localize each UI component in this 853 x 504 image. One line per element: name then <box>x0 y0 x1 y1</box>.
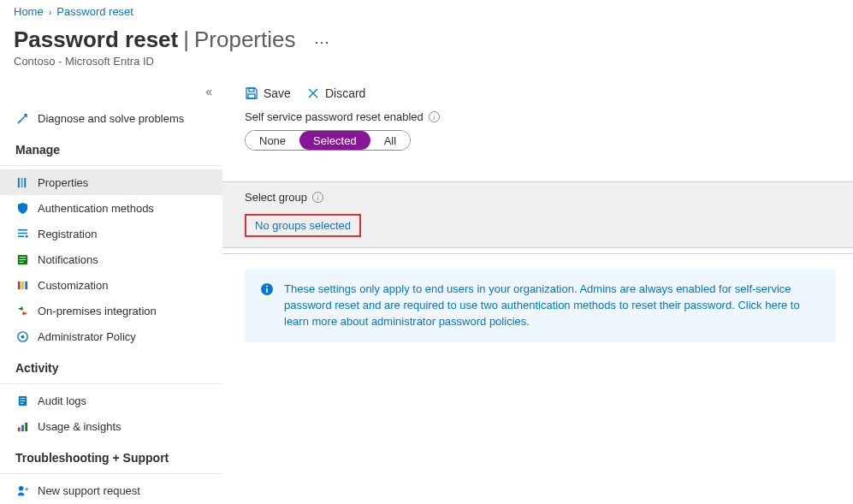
svg-point-19 <box>266 286 268 288</box>
sidebar-item-newrequest[interactable]: New support request <box>0 477 222 503</box>
sidebar-heading-activity: Activity <box>0 349 222 380</box>
onprem-icon <box>15 304 29 317</box>
page-header: Password reset | Properties ⋯ Contoso - … <box>0 23 853 78</box>
discard-icon <box>306 86 320 100</box>
diagnose-icon <box>15 111 29 125</box>
breadcrumb-separator-icon: › <box>49 7 52 17</box>
svg-rect-2 <box>24 177 26 187</box>
breadcrumb: Home › Password reset <box>0 0 853 23</box>
page-title-resource: Password reset <box>14 27 178 53</box>
usage-icon <box>15 419 29 433</box>
svg-rect-13 <box>25 422 27 430</box>
sidebar-item-auditlogs[interactable]: Audit logs <box>0 388 222 413</box>
svg-rect-6 <box>21 281 24 288</box>
main-content: Save Discard Self service password reset… <box>222 78 853 503</box>
svg-rect-0 <box>17 177 19 187</box>
tenant-label: Contoso - Microsoft Entra ID <box>14 55 839 68</box>
svg-rect-5 <box>17 281 20 288</box>
svg-rect-15 <box>249 88 254 92</box>
properties-icon <box>15 175 29 189</box>
sidebar: « Diagnose and solve problems Manage Pro… <box>0 78 222 503</box>
no-groups-link[interactable]: No groups selected <box>255 219 351 232</box>
save-icon <box>245 86 258 100</box>
sidebar-item-label: Authentication methods <box>38 202 154 215</box>
svg-point-14 <box>18 485 23 490</box>
more-actions-button[interactable]: ⋯ <box>299 33 330 51</box>
no-groups-highlight: No groups selected <box>245 214 361 237</box>
sspr-label: Self service password reset enabled i <box>245 110 836 123</box>
discard-button[interactable]: Discard <box>306 86 365 100</box>
auditlogs-icon <box>15 394 29 407</box>
shield-icon <box>15 201 29 215</box>
sidebar-item-label: Administrator Policy <box>38 330 136 343</box>
toolbar: Save Discard <box>222 78 853 110</box>
sspr-segmented: None Selected All <box>245 130 411 151</box>
discard-label: Discard <box>325 86 365 100</box>
title-divider: | <box>181 27 191 53</box>
select-group-block: Select group i No groups selected <box>222 181 853 248</box>
sidebar-item-label: Properties <box>38 176 88 189</box>
save-label: Save <box>264 86 291 100</box>
info-banner: These settings only apply to end users i… <box>245 270 836 342</box>
info-icon[interactable]: i <box>312 192 323 203</box>
svg-rect-7 <box>25 281 27 288</box>
collapse-sidebar-button[interactable]: « <box>205 85 212 98</box>
breadcrumb-home[interactable]: Home <box>14 5 44 18</box>
select-group-label: Select group i <box>245 191 836 204</box>
sspr-option-selected[interactable]: Selected <box>299 131 370 150</box>
sspr-option-none[interactable]: None <box>246 131 299 150</box>
sidebar-item-usage[interactable]: Usage & insights <box>0 413 222 439</box>
registration-icon <box>15 227 29 240</box>
sidebar-item-adminpolicy[interactable]: Administrator Policy <box>0 323 222 349</box>
save-button[interactable]: Save <box>245 86 291 100</box>
sidebar-item-label: Diagnose and solve problems <box>38 112 184 125</box>
info-banner-text[interactable]: These settings only apply to end users i… <box>284 282 820 330</box>
sidebar-item-properties[interactable]: Properties <box>0 169 222 195</box>
sidebar-item-notifications[interactable]: Notifications <box>0 246 222 272</box>
sidebar-item-label: New support request <box>38 484 140 497</box>
support-icon <box>15 483 29 497</box>
sspr-option-all[interactable]: All <box>370 131 410 150</box>
svg-point-3 <box>25 234 27 237</box>
customization-icon <box>15 278 29 292</box>
sidebar-item-label: Registration <box>38 228 97 240</box>
sidebar-item-label: Notifications <box>38 253 98 266</box>
svg-rect-12 <box>21 424 24 431</box>
info-icon[interactable]: i <box>429 111 440 122</box>
sidebar-item-authmethods[interactable]: Authentication methods <box>0 195 222 221</box>
sidebar-item-label: Audit logs <box>38 394 86 407</box>
sidebar-heading-troubleshoot: Troubleshooting + Support <box>0 439 222 470</box>
sidebar-item-label: On-premises integration <box>38 305 157 317</box>
sidebar-item-label: Customization <box>38 279 108 292</box>
sidebar-heading-manage: Manage <box>0 131 222 162</box>
svg-rect-11 <box>17 427 20 431</box>
sidebar-item-diagnose[interactable]: Diagnose and solve problems <box>0 105 222 131</box>
svg-point-9 <box>21 335 24 338</box>
svg-rect-16 <box>248 94 255 98</box>
page-title-page: Properties <box>194 27 296 53</box>
sidebar-item-customization[interactable]: Customization <box>0 272 222 298</box>
notifications-icon <box>15 252 29 266</box>
sidebar-item-onprem[interactable]: On-premises integration <box>0 298 222 323</box>
sidebar-item-registration[interactable]: Registration <box>0 221 222 246</box>
svg-rect-18 <box>266 288 268 293</box>
breadcrumb-current[interactable]: Password reset <box>56 5 133 18</box>
svg-rect-1 <box>21 177 22 187</box>
sidebar-item-label: Usage & insights <box>38 420 121 433</box>
adminpolicy-icon <box>15 329 29 343</box>
info-banner-icon <box>260 282 274 296</box>
